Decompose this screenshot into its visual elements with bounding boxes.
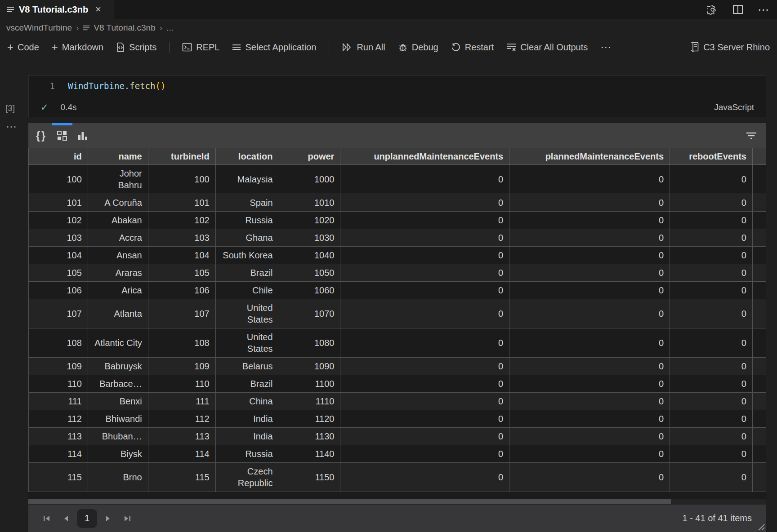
cell-status-bar: ✓ 0.4s JavaScript — [29, 102, 766, 113]
bug-icon — [398, 42, 408, 52]
table-row: 109Babruysk109Belarus1090000 — [29, 358, 766, 375]
filter-button[interactable] — [741, 123, 762, 148]
table-cell: 0 — [670, 463, 753, 492]
table-cell-filler — [752, 212, 766, 229]
breadcrumb-item-project[interactable]: vsceWindTurbine — [6, 23, 72, 33]
table-cell: 100 — [29, 165, 88, 194]
tab-v8-tutorial[interactable]: V8 Tutorial.c3nb × — [0, 0, 114, 19]
table-cell: 0 — [509, 358, 670, 375]
column-header[interactable]: location — [215, 148, 279, 165]
table-cell-filler — [752, 328, 766, 358]
code-cell[interactable]: 1 WindTurbine.fetch() ✓ 0.4s JavaScript — [28, 75, 766, 117]
table-cell-filler — [752, 463, 766, 492]
restart-button[interactable]: Restart — [451, 42, 494, 53]
toolbar-more-button[interactable]: ⋯ — [600, 41, 611, 53]
table-row: 104Ansan104South Korea1040000 — [29, 247, 766, 264]
resize-grip[interactable] — [755, 521, 765, 531]
column-header[interactable]: name — [88, 148, 148, 165]
last-page-button[interactable] — [118, 509, 137, 528]
pagination-summary: 1 - 41 of 41 items — [682, 513, 766, 523]
restart-icon — [451, 42, 461, 52]
current-page-button[interactable]: 1 — [77, 509, 97, 528]
cell-duration: 0.4s — [61, 102, 77, 112]
table-cell: A Coruña — [88, 194, 148, 212]
table-cell: 1030 — [279, 229, 340, 247]
table-cell: 109 — [148, 358, 215, 375]
active-view-indicator — [52, 123, 72, 125]
table-cell: 0 — [340, 264, 509, 282]
table-cell-filler — [752, 428, 766, 445]
table-cell: Brazil — [215, 264, 279, 282]
column-header[interactable]: turbineId — [148, 148, 215, 165]
chevron-right-icon: › — [76, 23, 79, 33]
table-cell: 112 — [148, 410, 215, 428]
table-cell: 0 — [340, 165, 509, 194]
breadcrumb-item-file[interactable]: V8 Tutorial.c3nb — [83, 23, 155, 33]
split-editor-icon[interactable] — [732, 4, 743, 14]
table-cell: 0 — [509, 299, 670, 328]
notebook-icon — [6, 6, 14, 13]
first-page-button[interactable] — [37, 509, 56, 528]
table-cell: Arica — [88, 282, 148, 299]
table-cell: 0 — [340, 299, 509, 328]
table-cell: 0 — [670, 194, 753, 212]
json-view-button[interactable]: {} — [31, 123, 52, 148]
table-cell: United States — [215, 299, 279, 328]
add-markdown-button[interactable]: + Markdown — [52, 41, 103, 53]
table-cell-filler — [752, 299, 766, 328]
clear-all-outputs-button[interactable]: Clear All Outputs — [506, 42, 588, 53]
table-row: 101A Coruña101Spain1010000 — [29, 194, 766, 212]
table-cell: 0 — [340, 247, 509, 264]
table-cell: 115 — [29, 463, 88, 492]
table-cell: 113 — [148, 428, 215, 445]
table-cell: 0 — [509, 328, 670, 358]
select-application-button[interactable]: Select Application — [232, 42, 316, 53]
more-icon[interactable]: ⋯ — [758, 4, 769, 15]
column-header[interactable]: unplannedMaintenanceEvents — [340, 148, 509, 165]
toolbar-separator — [169, 42, 170, 53]
cell-language[interactable]: JavaScript — [714, 102, 754, 112]
close-icon[interactable]: × — [95, 4, 101, 14]
table-cell: 0 — [509, 375, 670, 393]
cell-gutter-more-icon[interactable]: ⋯ — [6, 120, 17, 133]
table-cell: Ghana — [215, 229, 279, 247]
debug-button[interactable]: Debug — [398, 42, 438, 53]
column-header[interactable]: id — [29, 148, 88, 165]
table-cell: 115 — [148, 463, 215, 492]
table-cell: 0 — [670, 247, 753, 264]
table-cell: 0 — [670, 428, 753, 445]
previous-page-button[interactable] — [56, 509, 75, 528]
table-cell: Benxi — [88, 393, 148, 410]
table-cell: 0 — [340, 445, 509, 463]
table-cell: 1090 — [279, 358, 340, 375]
breadcrumb: vsceWindTurbine › V8 Tutorial.c3nb › ... — [0, 19, 777, 37]
table-cell: 0 — [509, 428, 670, 445]
table-cell: 106 — [29, 282, 88, 299]
code-editor-line[interactable]: 1 WindTurbine.fetch() — [29, 76, 766, 91]
breadcrumb-item-more[interactable]: ... — [166, 23, 174, 33]
table-row: 111Benxi111China1110000 — [29, 393, 766, 410]
c3-server-button[interactable]: C3 Server Rhino — [691, 42, 770, 53]
repl-button[interactable]: REPL — [182, 42, 219, 53]
table-cell: 111 — [29, 393, 88, 410]
line-number: 1 — [29, 81, 55, 91]
table-cell: Atlanta — [88, 299, 148, 328]
column-header[interactable]: power — [279, 148, 340, 165]
cell-execution-count: [3] — [5, 103, 15, 113]
table-cell: Russia — [215, 445, 279, 463]
table-cell: Bhiwandi — [88, 410, 148, 428]
next-page-button[interactable] — [99, 509, 118, 528]
table-view-button[interactable] — [52, 123, 72, 148]
column-header[interactable]: plannedMaintenanceEvents — [509, 148, 670, 165]
add-code-button[interactable]: + Code — [7, 41, 39, 53]
scripts-button[interactable]: Scripts — [116, 42, 156, 53]
table-cell: 109 — [29, 358, 88, 375]
run-all-button[interactable]: Run All — [342, 42, 385, 53]
gear-icon[interactable] — [707, 4, 718, 15]
scrollbar-thumb[interactable] — [28, 499, 671, 504]
table-cell: 107 — [29, 299, 88, 328]
table-cell: Belarus — [215, 358, 279, 375]
table-cell: South Korea — [215, 247, 279, 264]
column-header[interactable]: rebootEvents — [670, 148, 753, 165]
chart-view-button[interactable] — [72, 123, 93, 148]
